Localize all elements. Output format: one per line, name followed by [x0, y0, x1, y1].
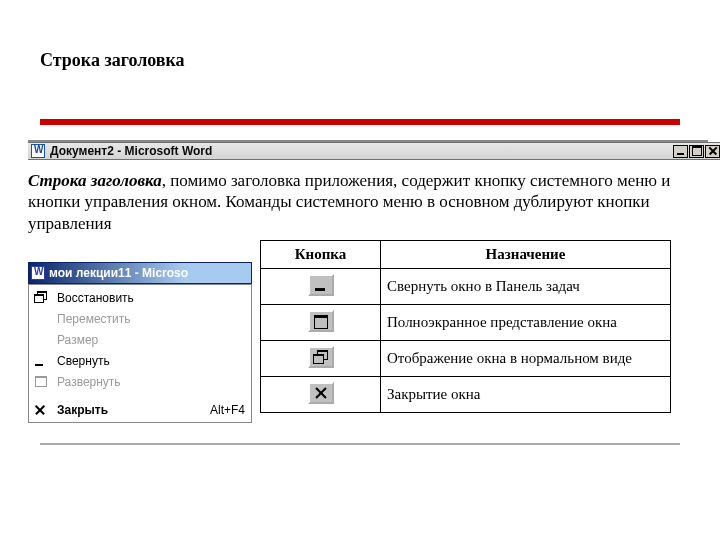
blank-icon — [33, 333, 49, 347]
restore-icon — [308, 346, 334, 368]
menu-item-restore[interactable]: Восстановить — [29, 287, 251, 308]
table-header-button: Кнопка — [261, 241, 381, 269]
menu-item-maximize: Развернуть — [29, 371, 251, 392]
maximize-icon — [33, 375, 49, 389]
maximize-button[interactable] — [689, 145, 704, 158]
system-menu-body: Восстановить Переместить Размер Свернуть… — [28, 284, 252, 423]
system-menu-title-bar: мои лекции11 - Microso — [28, 262, 252, 284]
accent-rule — [40, 119, 680, 125]
blank-icon — [33, 312, 49, 326]
row-desc: Закрытие окна — [381, 377, 671, 413]
paragraph-lead-term: Строка заголовка — [28, 171, 162, 190]
table-row: Отображение окна в нормальном виде — [261, 341, 671, 377]
table-header-purpose: Назначение — [381, 241, 671, 269]
table-row: Полноэкранное представление окна — [261, 305, 671, 341]
minimize-button[interactable] — [673, 145, 688, 158]
slide-title: Строка заголовка — [40, 50, 185, 71]
body-paragraph: Строка заголовка, помимо заголовка прило… — [28, 170, 688, 234]
buttons-table: Кнопка Назначение Свернуть окно в Панель… — [260, 240, 671, 413]
word-app-icon[interactable] — [31, 266, 45, 280]
menu-shortcut: Alt+F4 — [210, 403, 245, 417]
bottom-rule — [40, 443, 680, 445]
close-icon — [33, 403, 49, 417]
window-title-text: Документ2 - Microsoft Word — [48, 144, 672, 158]
table-row: Свернуть окно в Панель задач — [261, 269, 671, 305]
system-menu-title-text: мои лекции11 - Microso — [49, 266, 188, 280]
menu-item-move: Переместить — [29, 308, 251, 329]
minimize-icon — [308, 274, 334, 296]
close-icon — [308, 382, 334, 404]
window-title-bar: Документ2 - Microsoft Word — [28, 142, 720, 160]
row-desc: Полноэкранное представление окна — [381, 305, 671, 341]
row-desc: Отображение окна в нормальном виде — [381, 341, 671, 377]
menu-item-close[interactable]: Закрыть Alt+F4 — [29, 399, 251, 420]
menu-item-size: Размер — [29, 329, 251, 350]
row-desc: Свернуть окно в Панель задач — [381, 269, 671, 305]
close-button[interactable] — [705, 145, 720, 158]
menu-separator — [33, 395, 247, 396]
minimize-icon — [33, 354, 49, 368]
menu-item-minimize[interactable]: Свернуть — [29, 350, 251, 371]
table-row: Закрытие окна — [261, 377, 671, 413]
maximize-icon — [308, 310, 334, 332]
restore-icon — [33, 291, 49, 305]
word-app-icon[interactable] — [31, 144, 45, 158]
system-menu-example: мои лекции11 - Microso Восстановить Пере… — [28, 262, 252, 423]
